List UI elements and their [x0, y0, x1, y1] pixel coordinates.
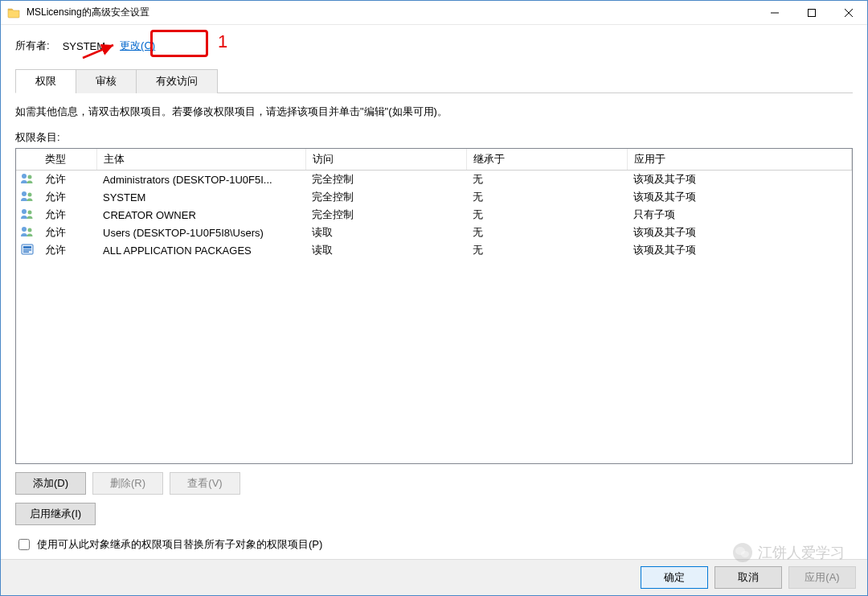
table-header-row: 类型 主体 访问 继承于 应用于 [16, 149, 852, 171]
window-controls [756, 1, 867, 24]
svg-rect-11 [23, 249, 31, 251]
svg-point-8 [28, 228, 32, 232]
cell-principal: Administrators (DESKTOP-1U0F5I... [96, 171, 305, 189]
apply-button: 应用(A) [788, 566, 856, 589]
view-button: 查看(V) [170, 472, 240, 495]
hint-text: 如需其他信息，请双击权限项目。若要修改权限项目，请选择该项目并单击"编辑"(如果… [15, 105, 853, 119]
tab-auditing[interactable]: 审核 [76, 69, 137, 93]
remove-button: 删除(R) [92, 472, 163, 495]
svg-point-5 [22, 209, 27, 214]
svg-point-7 [22, 227, 27, 232]
cell-type: 允许 [39, 241, 96, 259]
action-button-row: 添加(D) 删除(R) 查看(V) [15, 472, 853, 495]
tab-bar: 权限 审核 有效访问 [15, 68, 853, 93]
users-icon [16, 206, 39, 224]
col-icon[interactable] [16, 149, 39, 171]
cell-principal: Users (DESKTOP-1U0F5I8\Users) [96, 224, 305, 241]
ok-button[interactable]: 确定 [641, 566, 708, 589]
svg-point-1 [22, 174, 27, 179]
enable-inheritance-button[interactable]: 启用继承(I) [15, 503, 96, 525]
owner-value: SYSTEM [63, 40, 105, 52]
svg-point-4 [28, 192, 32, 196]
cell-type: 允许 [39, 224, 96, 241]
tab-effective-access[interactable]: 有效访问 [136, 69, 218, 93]
cancel-button[interactable]: 取消 [714, 566, 782, 589]
cell-inherited: 无 [466, 224, 627, 241]
table-row[interactable]: 允许Administrators (DESKTOP-1U0F5I...完全控制无… [16, 171, 852, 189]
svg-rect-0 [809, 9, 816, 16]
cell-inherited: 无 [466, 171, 627, 189]
replace-children-label: 使用可从此对象继承的权限项目替换所有子对象的权限项目(P) [37, 537, 322, 552]
table-row[interactable]: 允许CREATOR OWNER完全控制无只有子项 [16, 206, 852, 224]
cell-applies: 该项及其子项 [627, 224, 852, 241]
svg-rect-12 [23, 251, 29, 253]
cell-type: 允许 [39, 171, 96, 189]
cell-access: 读取 [305, 241, 466, 259]
table-row[interactable]: 允许SYSTEM完全控制无该项及其子项 [16, 188, 852, 206]
svg-point-3 [22, 191, 27, 196]
cell-applies: 该项及其子项 [627, 171, 852, 189]
cell-principal: CREATOR OWNER [96, 206, 305, 224]
inherit-button-row: 启用继承(I) [15, 503, 853, 525]
replace-children-checkbox[interactable] [18, 539, 30, 550]
cell-applies: 该项及其子项 [627, 241, 852, 259]
col-type[interactable]: 类型 [39, 149, 96, 171]
close-button[interactable] [830, 1, 867, 24]
window-title: MSLicensing的高级安全设置 [27, 6, 756, 19]
cell-principal: SYSTEM [96, 188, 305, 206]
owner-row: 所有者: SYSTEM 更改(C) 1 [15, 38, 853, 54]
content-area: 所有者: SYSTEM 更改(C) 1 权限 审核 有效访问 如需其他信息，请双… [1, 25, 867, 559]
add-button[interactable]: 添加(D) [15, 472, 86, 495]
svg-point-6 [28, 210, 32, 214]
cell-applies: 该项及其子项 [627, 188, 852, 206]
tab-permissions[interactable]: 权限 [15, 69, 76, 93]
minimize-button[interactable] [756, 1, 793, 24]
change-owner-link[interactable]: 更改(C) [118, 38, 157, 54]
cell-inherited: 无 [466, 206, 627, 224]
cell-type: 允许 [39, 188, 96, 206]
svg-point-2 [28, 175, 32, 179]
folder-icon [7, 6, 20, 19]
cell-access: 读取 [305, 224, 466, 241]
users-icon [16, 224, 39, 241]
dialog-footer: 确定 取消 应用(A) [1, 559, 867, 595]
cell-inherited: 无 [466, 188, 627, 206]
cell-access: 完全控制 [305, 188, 466, 206]
advanced-security-window: MSLicensing的高级安全设置 所有者: SYSTEM 更改(C) [0, 0, 868, 596]
annotation-box [150, 30, 208, 57]
entries-label: 权限条目: [15, 130, 853, 145]
titlebar: MSLicensing的高级安全设置 [1, 1, 867, 25]
cell-type: 允许 [39, 206, 96, 224]
permission-table-container[interactable]: 类型 主体 访问 继承于 应用于 允许Administrators (DESKT… [15, 148, 853, 464]
col-inherited-from[interactable]: 继承于 [466, 149, 627, 171]
owner-label: 所有者: [15, 39, 50, 53]
col-access[interactable]: 访问 [305, 149, 466, 171]
users-icon [16, 171, 39, 189]
cell-access: 完全控制 [305, 171, 466, 189]
maximize-button[interactable] [793, 1, 830, 24]
table-row[interactable]: 允许Users (DESKTOP-1U0F5I8\Users)读取无该项及其子项 [16, 224, 852, 241]
svg-rect-10 [23, 246, 31, 249]
annotation-marker: 1 [218, 31, 227, 52]
col-principal[interactable]: 主体 [96, 149, 305, 171]
replace-children-row[interactable]: 使用可从此对象继承的权限项目替换所有子对象的权限项目(P) [15, 536, 853, 553]
cell-applies: 只有子项 [627, 206, 852, 224]
permission-table: 类型 主体 访问 继承于 应用于 允许Administrators (DESKT… [16, 149, 852, 259]
table-row[interactable]: 允许ALL APPLICATION PACKAGES读取无该项及其子项 [16, 241, 852, 259]
cell-access: 完全控制 [305, 206, 466, 224]
cell-principal: ALL APPLICATION PACKAGES [96, 241, 305, 259]
cell-inherited: 无 [466, 241, 627, 259]
package-icon [16, 241, 39, 259]
users-icon [16, 188, 39, 206]
col-applies-to[interactable]: 应用于 [627, 149, 852, 171]
